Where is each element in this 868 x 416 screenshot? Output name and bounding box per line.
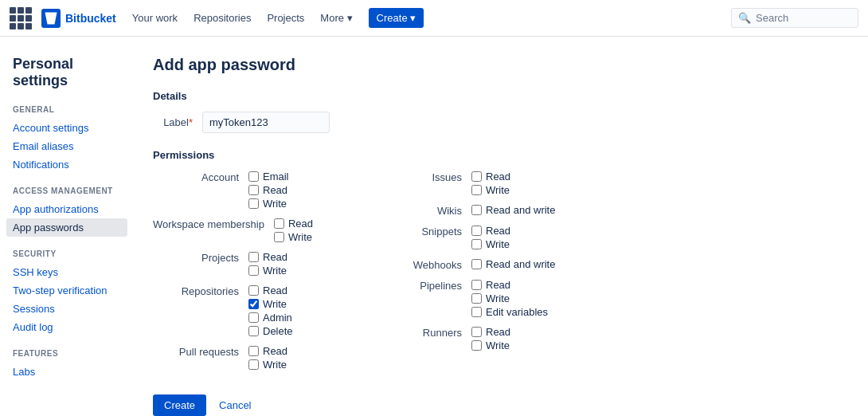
checkbox-account-email[interactable] [248, 171, 259, 182]
checkbox-repos-admin[interactable] [248, 312, 259, 323]
checkbox-pullreqs-write[interactable] [248, 359, 259, 370]
checkbox-webhooks-readwrite[interactable] [471, 259, 482, 269]
top-navigation: Bitbucket Your work Repositories Project… [0, 0, 868, 37]
perm-group-snippets: Snippets Read Write [376, 225, 599, 250]
perm-issues-read[interactable]: Read [471, 171, 510, 182]
checkbox-pipelines-write[interactable] [471, 293, 482, 304]
checkbox-wikis-readwrite[interactable] [471, 205, 482, 215]
checkbox-snippets-read[interactable] [471, 226, 482, 236]
page-title: Add app password [153, 56, 843, 74]
perm-group-runners-label: Runners [376, 326, 471, 351]
checkbox-projects-read[interactable] [248, 252, 259, 262]
checkbox-runners-read[interactable] [471, 327, 482, 337]
perm-workspace-write[interactable]: Write [274, 231, 313, 243]
details-section: Details Label* [153, 90, 843, 133]
perm-repos-write[interactable]: Write [248, 298, 293, 310]
perm-projects-checkboxes: Read Write [248, 251, 287, 277]
sidebar-item-notifications[interactable]: Notifications [13, 155, 127, 174]
create-button[interactable]: Create [153, 394, 206, 416]
perm-workspace-read[interactable]: Read [274, 218, 313, 230]
perm-runners-checkboxes: Read Write [471, 326, 510, 351]
checkbox-runners-write[interactable] [471, 340, 482, 351]
sidebar-item-app-authorizations[interactable]: App authorizations [13, 200, 127, 218]
perm-pullreqs-write[interactable]: Write [248, 359, 287, 371]
required-indicator: * [189, 116, 193, 128]
perm-account-read[interactable]: Read [248, 184, 289, 196]
perm-repos-admin[interactable]: Admin [248, 312, 293, 324]
perm-projects-write[interactable]: Write [248, 265, 287, 277]
nav-more[interactable]: More ▾ [314, 9, 358, 27]
perm-repos-delete[interactable]: Delete [248, 325, 293, 337]
perm-pullreqs-checkboxes: Read Write [248, 345, 287, 371]
sidebar-item-sessions[interactable]: Sessions [13, 300, 127, 318]
details-label: Details [153, 90, 843, 102]
checkbox-repos-read[interactable] [248, 285, 259, 296]
checkbox-issues-read[interactable] [471, 171, 482, 182]
perm-issues-write[interactable]: Write [471, 184, 510, 196]
perm-webhooks-readwrite[interactable]: Read and write [471, 258, 555, 270]
nav-repositories[interactable]: Repositories [187, 9, 257, 27]
checkbox-pullreqs-read[interactable] [248, 346, 259, 356]
perm-account-email[interactable]: Email [248, 171, 289, 182]
perm-group-pipelines: Pipelines Read Write Edit variables [376, 279, 599, 318]
perm-group-pullreqs-label: Pull requests [153, 345, 248, 371]
perm-snippets-read[interactable]: Read [471, 225, 510, 237]
checkbox-projects-write[interactable] [248, 265, 259, 276]
perm-runners-read[interactable]: Read [471, 326, 510, 338]
perm-pullreqs-read[interactable]: Read [248, 345, 287, 357]
perm-snippets-checkboxes: Read Write [471, 225, 510, 250]
sidebar-item-two-step[interactable]: Two-step verification [13, 281, 127, 300]
sidebar-item-account-settings[interactable]: Account settings [13, 119, 127, 137]
checkbox-workspace-write[interactable] [274, 232, 284, 242]
perm-pipelines-write[interactable]: Write [471, 292, 548, 304]
perm-group-workspace-label: Workspace membership [153, 218, 274, 243]
sidebar-item-ssh-keys[interactable]: SSH keys [13, 263, 127, 281]
perm-runners-write[interactable]: Write [471, 339, 510, 351]
checkbox-issues-write[interactable] [471, 185, 482, 195]
checkbox-pipelines-editvars[interactable] [471, 307, 482, 317]
perm-repositories-checkboxes: Read Write Admin Delete [248, 285, 293, 337]
search-placeholder: Search [756, 12, 788, 24]
perm-group-issues: Issues Read Write [376, 171, 599, 196]
search-icon: 🔍 [738, 12, 751, 24]
nav-links: Your work Repositories Projects More ▾ [126, 9, 359, 27]
perm-group-projects-label: Projects [153, 251, 248, 277]
perm-workspace-checkboxes: Read Write [274, 218, 313, 243]
bitbucket-logo[interactable]: Bitbucket [41, 9, 116, 28]
perm-group-account: Account Email Read Write [153, 171, 376, 210]
perm-group-account-label: Account [153, 171, 248, 210]
perm-pipelines-editvars[interactable]: Edit variables [471, 306, 548, 318]
main-content: Add app password Details Label* Permissi… [127, 37, 868, 416]
perm-webhooks-checkboxes: Read and write [471, 258, 555, 271]
perm-projects-read[interactable]: Read [248, 251, 287, 263]
perm-account-write[interactable]: Write [248, 198, 289, 210]
sidebar-item-audit-log[interactable]: Audit log [13, 318, 127, 336]
perm-group-projects: Projects Read Write [153, 251, 376, 277]
nav-your-work[interactable]: Your work [126, 9, 184, 27]
perm-pipelines-read[interactable]: Read [471, 279, 548, 291]
perm-group-runners: Runners Read Write [376, 326, 599, 351]
perm-group-repositories-label: Repositories [153, 285, 248, 337]
checkbox-account-write[interactable] [248, 198, 259, 209]
checkbox-repos-write[interactable] [248, 299, 259, 309]
perm-repos-read[interactable]: Read [248, 285, 293, 296]
nav-projects[interactable]: Projects [260, 9, 311, 27]
checkbox-account-read[interactable] [248, 185, 259, 195]
checkbox-pipelines-read[interactable] [471, 280, 482, 290]
permissions-right: Issues Read Write Wikis Read and write [376, 171, 599, 379]
search-box[interactable]: 🔍 Search [731, 8, 858, 28]
perm-snippets-write[interactable]: Write [471, 238, 510, 250]
sidebar-item-email-aliases[interactable]: Email aliases [13, 137, 127, 155]
label-input[interactable] [202, 112, 330, 133]
sidebar-item-labs[interactable]: Labs [13, 363, 127, 381]
checkbox-workspace-read[interactable] [274, 218, 284, 229]
label-row: Label* [153, 112, 843, 133]
sidebar-item-app-passwords[interactable]: App passwords [6, 218, 127, 237]
checkbox-snippets-write[interactable] [471, 239, 482, 249]
create-button[interactable]: Create ▾ [369, 8, 424, 28]
app-grid-icon[interactable] [10, 7, 32, 29]
perm-wikis-readwrite[interactable]: Read and write [471, 204, 555, 216]
permissions-label: Permissions [153, 149, 843, 161]
cancel-button[interactable]: Cancel [213, 394, 257, 416]
checkbox-repos-delete[interactable] [248, 326, 259, 336]
